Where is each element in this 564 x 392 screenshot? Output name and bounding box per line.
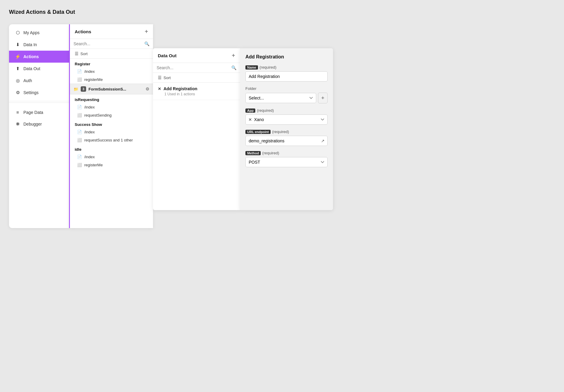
action-register-index[interactable]: 📄 /index xyxy=(70,67,153,76)
sidebar-top-section: ⬡ My Apps ⬇ Data In ⚡ Actions ⬆ Data Out… xyxy=(9,24,69,101)
action-idle-register-me-label: registerMe xyxy=(84,163,103,167)
sidebar-item-debugger[interactable]: ❋ Debugger xyxy=(9,118,69,130)
folder-label-text: Folder xyxy=(245,86,256,91)
method-select[interactable]: GET POST PUT PATCH DELETE xyxy=(245,157,328,167)
action-idle-register-me[interactable]: ⬜ registerMe xyxy=(70,161,153,169)
dataout-used-label: Used in 1 actions xyxy=(167,92,195,96)
action-isrequesting-index[interactable]: 📄 /index xyxy=(70,103,153,111)
actions-add-button[interactable]: + xyxy=(145,28,148,34)
bracket-icon-4: ⬜ xyxy=(77,163,82,167)
my-apps-icon: ⬡ xyxy=(15,30,20,35)
dataout-sort-bar[interactable]: ☰ Sort xyxy=(153,73,240,83)
url-endpoint-input[interactable] xyxy=(245,136,328,146)
app-select[interactable]: Xano xyxy=(245,114,328,125)
name-badge: Name xyxy=(245,65,258,70)
floating-panels: Data Out + 🔍 ☰ Sort ✕ Add Registration xyxy=(153,48,333,210)
auth-icon: ◎ xyxy=(15,78,20,83)
sidebar-item-data-out[interactable]: ⬆ Data Out xyxy=(9,63,69,75)
doc-icon-2: 📄 xyxy=(77,105,82,109)
doc-icon-1: 📄 xyxy=(77,69,82,74)
method-field-label: Method (required) xyxy=(245,151,328,155)
doc-icon-3: 📄 xyxy=(77,130,82,134)
dataout-panel-title: Data Out xyxy=(158,53,177,58)
sidebar-item-page-data[interactable]: ≡ Page Data xyxy=(9,106,69,118)
section-isrequesting-header: isRequesting xyxy=(70,94,153,103)
action-idle-index-label: /index xyxy=(84,155,95,159)
action-request-sending[interactable]: ⬜ requestSending xyxy=(70,111,153,119)
dataout-panel-header: Data Out + xyxy=(153,48,240,63)
method-required-text: (required) xyxy=(262,151,279,155)
dataout-search-input[interactable] xyxy=(157,65,229,70)
action-request-success-label: requestSuccess and 1 other xyxy=(84,138,133,142)
actions-panel-title: Actions xyxy=(75,29,91,34)
name-field: Name (required) xyxy=(245,65,328,82)
action-isrequesting-index-label: /index xyxy=(84,105,95,109)
main-container: ⬡ My Apps ⬇ Data In ⚡ Actions ⬆ Data Out… xyxy=(9,24,555,228)
actions-panel-header: Actions + xyxy=(70,24,153,39)
actions-search-bar: 🔍 xyxy=(70,39,153,49)
dataout-used-count: 1 xyxy=(164,92,166,96)
sidebar-label-settings: Settings xyxy=(23,90,39,95)
action-register-me[interactable]: ⬜ registerMe xyxy=(70,76,153,84)
dataout-item-add-registration[interactable]: ✕ Add Registration 1 Used in 1 actions xyxy=(153,83,240,100)
dataout-add-button[interactable]: + xyxy=(232,52,235,58)
dataout-item-header: ✕ Add Registration xyxy=(158,86,235,91)
actions-icon: ⚡ xyxy=(15,54,20,59)
dataout-search-bar: 🔍 xyxy=(153,63,240,73)
action-success-index[interactable]: 📄 /index xyxy=(70,128,153,136)
bracket-icon-3: ⬜ xyxy=(77,138,82,142)
xano-icon: ✕ xyxy=(248,117,252,122)
url-link-icon[interactable]: ↗ xyxy=(321,138,325,143)
section-success-header: Success Show xyxy=(70,119,153,128)
action-success-index-label: /index xyxy=(84,130,95,134)
app-field-label: App (required) xyxy=(245,108,328,113)
sidebar-item-auth[interactable]: ◎ Auth xyxy=(9,75,69,87)
sidebar-label-auth: Auth xyxy=(23,78,32,83)
sidebar-label-data-in: Data In xyxy=(23,42,37,47)
folder-count: 3 xyxy=(81,86,86,92)
right-panels: Data Out + 🔍 ☰ Sort ✕ Add Registration xyxy=(153,24,333,210)
folder-row[interactable]: 📁 3 FormSubmissionS... ⚙ xyxy=(70,84,153,94)
settings-icon: ⚙ xyxy=(15,90,20,95)
folder-icon: 📁 xyxy=(74,87,78,91)
name-required-text: (required) xyxy=(260,65,276,70)
method-field: Method (required) GET POST PUT PATCH DEL… xyxy=(245,151,328,167)
actions-sort-bar[interactable]: ☰ Sort xyxy=(70,49,153,59)
dataout-item-name: Add Registration xyxy=(164,86,197,91)
data-in-icon: ⬇ xyxy=(15,42,20,47)
dataout-item-sub: 1 Used in 1 actions xyxy=(158,92,235,96)
action-request-sending-label: requestSending xyxy=(84,113,112,117)
add-registration-panel: Add Registration Name (required) Folder xyxy=(240,48,333,210)
actions-search-input[interactable] xyxy=(74,41,142,46)
method-badge: Method xyxy=(245,151,261,155)
url-input-wrapper: ↗ xyxy=(245,136,328,146)
dataout-sort-label: Sort xyxy=(164,76,171,80)
folder-gear-icon[interactable]: ⚙ xyxy=(146,87,149,91)
app-field: App (required) ✕ Xano xyxy=(245,108,328,125)
sidebar-label-my-apps: My Apps xyxy=(23,30,40,35)
section-register-header: Register xyxy=(70,59,153,67)
sidebar-label-data-out: Data Out xyxy=(23,66,40,71)
page-title: Wized Actions & Data Out xyxy=(9,9,555,15)
name-input[interactable] xyxy=(245,71,328,82)
action-register-me-label: registerMe xyxy=(84,77,103,82)
folder-field-label: Folder xyxy=(245,86,328,91)
folder-add-button[interactable]: + xyxy=(318,93,328,103)
sidebar-bottom-section: ≡ Page Data ❋ Debugger xyxy=(9,104,69,132)
url-endpoint-badge: URL endpoint xyxy=(245,130,271,134)
sidebar-item-data-in[interactable]: ⬇ Data In xyxy=(9,39,69,51)
dataout-panel: Data Out + 🔍 ☰ Sort ✕ Add Registration xyxy=(153,48,240,210)
folder-select[interactable]: Select... Folder 1 Folder 2 xyxy=(245,93,316,103)
action-request-success[interactable]: ⬜ requestSuccess and 1 other xyxy=(70,136,153,144)
action-register-index-label: /index xyxy=(84,69,95,74)
bracket-icon-1: ⬜ xyxy=(77,77,82,82)
sidebar-item-settings[interactable]: ⚙ Settings xyxy=(9,87,69,99)
actions-search-icon: 🔍 xyxy=(144,41,149,46)
sidebar-item-actions[interactable]: ⚡ Actions xyxy=(9,51,69,63)
name-field-label: Name (required) xyxy=(245,65,328,70)
sidebar-item-my-apps[interactable]: ⬡ My Apps xyxy=(9,27,69,39)
data-out-icon: ⬆ xyxy=(15,66,20,71)
action-idle-index[interactable]: 📄 /index xyxy=(70,153,153,161)
add-registration-title: Add Registration xyxy=(245,54,328,60)
debugger-icon: ❋ xyxy=(15,121,20,127)
